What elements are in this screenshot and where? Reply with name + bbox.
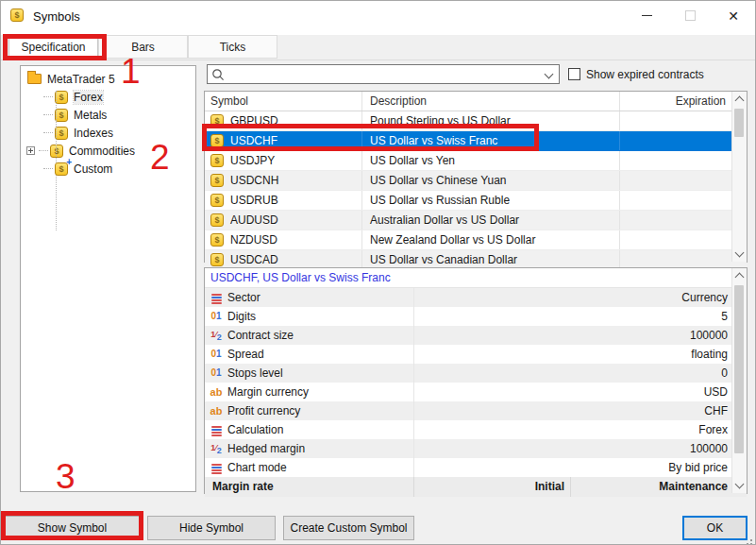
custom-coin-icon: + xyxy=(55,162,68,176)
description-cell: New Zealand Dollar vs US Dollar xyxy=(362,230,620,249)
table-header-row: Symbol Description Expiration xyxy=(205,92,747,111)
tree-item-label: Indexes xyxy=(74,127,113,140)
spec-row-margin-rate[interactable]: Margin rate Initial Maintenance xyxy=(205,477,747,497)
spec-value: Forex xyxy=(414,420,747,439)
scroll-down-icon[interactable] xyxy=(735,480,745,489)
search-input[interactable] xyxy=(228,66,538,84)
spec-value: 0 xyxy=(414,364,747,383)
tree-connector xyxy=(43,96,53,97)
tab-ticks[interactable]: Ticks xyxy=(188,35,277,59)
plus-icon: + xyxy=(66,158,72,167)
dollar-coin-icon xyxy=(210,194,224,207)
dollar-coin-icon xyxy=(210,174,224,187)
expiration-cell xyxy=(620,250,747,269)
spec-row-contract-size[interactable]: Contract size 100000 xyxy=(205,326,747,345)
scroll-up-icon[interactable] xyxy=(735,273,745,282)
expiration-cell xyxy=(620,191,747,210)
expiration-cell xyxy=(620,151,747,170)
spec-row-stops-level[interactable]: Stops level 0 xyxy=(205,364,747,383)
scrollbar-thumb[interactable] xyxy=(734,285,744,453)
spec-row-hedged-margin[interactable]: Hedged margin 100000 xyxy=(205,439,747,458)
spec-row-sector[interactable]: Sector Currency xyxy=(205,288,747,307)
description-cell: US Dollar vs Yen xyxy=(362,151,620,170)
tree-item-metals[interactable]: Metals xyxy=(21,106,195,124)
stack-icon xyxy=(211,426,222,428)
symbol-cell: AUDUSD xyxy=(230,211,278,230)
fraction-icon xyxy=(205,325,227,347)
spec-value: Currency xyxy=(414,288,747,307)
dollar-coin-icon xyxy=(55,91,68,104)
fraction-icon xyxy=(205,438,227,460)
resize-grip-icon[interactable] xyxy=(750,539,752,541)
spec-row-margin-currency[interactable]: Margin currency USD xyxy=(205,383,747,401)
spec-label: Contract size xyxy=(227,326,294,345)
search-combobox[interactable] xyxy=(207,64,560,84)
tree-connector xyxy=(43,132,53,133)
tree-guide-line xyxy=(56,91,57,230)
hide-symbol-button[interactable]: Hide Symbol xyxy=(147,516,276,540)
show-expired-checkbox[interactable] xyxy=(568,68,580,80)
tree-item-label: Forex xyxy=(74,91,103,104)
table-row-audusd[interactable]: AUDUSD Australian Dollar vs US Dollar xyxy=(205,211,747,230)
spec-value: By bid price xyxy=(414,458,747,477)
tree-item-commodities[interactable]: Commodities xyxy=(21,142,195,160)
stack-icon xyxy=(211,294,222,296)
table-row-usdjpy[interactable]: USDJPY US Dollar vs Yen xyxy=(205,151,747,171)
table-row-usdchf-selected[interactable]: USDCHF US Dollar vs Swiss Franc xyxy=(205,131,747,151)
scroll-up-icon[interactable] xyxy=(735,96,745,106)
spec-row-spread[interactable]: Spread floating xyxy=(205,345,747,364)
app-icon xyxy=(10,8,24,22)
margin-rate-label: Margin rate xyxy=(205,477,414,497)
symbol-cell: USDJPY xyxy=(230,151,275,170)
table-row-gbpusd[interactable]: GBPUSD Pound Sterling vs US Dollar xyxy=(205,111,747,131)
column-header-symbol[interactable]: Symbol xyxy=(205,92,362,111)
digits-icon xyxy=(205,345,227,364)
scroll-down-icon[interactable] xyxy=(735,248,745,258)
expiration-cell xyxy=(620,211,747,230)
spec-row-chart-mode[interactable]: Chart mode By bid price xyxy=(205,458,747,477)
create-custom-symbol-button[interactable]: Create Custom Symbol xyxy=(283,516,414,540)
tree-item-metatrader5[interactable]: MetaTrader 5 xyxy=(21,70,195,88)
tree-item-custom[interactable]: + Custom xyxy=(21,160,195,178)
column-header-expiration[interactable]: Expiration xyxy=(620,92,747,111)
spec-label: Spread xyxy=(227,345,264,364)
ab-icon xyxy=(205,401,227,420)
table-scrollbar[interactable] xyxy=(731,92,747,262)
close-button[interactable]: ✕ xyxy=(712,1,755,30)
tree-connector xyxy=(43,114,53,115)
minimize-button[interactable] xyxy=(625,1,668,30)
spec-value: 100000 xyxy=(414,326,747,345)
tab-bars[interactable]: Bars xyxy=(98,35,188,59)
expand-plus-icon[interactable] xyxy=(26,146,35,155)
spec-label: Stops level xyxy=(227,364,283,383)
spec-label: Profit currency xyxy=(227,401,300,420)
spec-value: CHF xyxy=(414,401,747,420)
table-row-usdcnh[interactable]: USDCNH US Dollar vs Chinese Yuan xyxy=(205,171,747,191)
ok-button[interactable]: OK xyxy=(682,516,748,540)
dollar-coin-icon xyxy=(210,213,224,227)
description-cell: US Dollar vs Canadian Dollar xyxy=(362,250,620,269)
tree-item-indexes[interactable]: Indexes xyxy=(21,124,195,142)
chevron-down-icon[interactable] xyxy=(545,70,554,79)
expiration-cell xyxy=(620,230,747,249)
table-row-usdrub[interactable]: USDRUB US Dollar vs Russian Ruble xyxy=(205,191,747,211)
expiration-cell xyxy=(620,111,747,130)
tree-item-forex[interactable]: Forex xyxy=(21,88,195,106)
table-row-nzdusd[interactable]: NZDUSD New Zealand Dollar vs US Dollar xyxy=(205,230,747,250)
tree-item-label: Custom xyxy=(74,162,112,176)
spec-row-digits[interactable]: Digits 5 xyxy=(205,307,747,326)
maximize-button[interactable] xyxy=(668,1,712,30)
spec-scrollbar[interactable] xyxy=(731,268,747,493)
tree-item-label: MetaTrader 5 xyxy=(47,73,115,86)
show-symbol-button[interactable]: Show Symbol xyxy=(5,516,140,540)
spec-row-calculation[interactable]: Calculation Forex xyxy=(205,420,747,439)
spec-row-profit-currency[interactable]: Profit currency CHF xyxy=(205,401,747,420)
title-bar: Symbols ✕ xyxy=(1,1,755,35)
tab-specification[interactable]: Specification xyxy=(8,35,98,60)
close-icon: ✕ xyxy=(728,9,739,23)
scrollbar-thumb[interactable] xyxy=(734,109,744,137)
symbol-cell: USDCNH xyxy=(230,171,278,190)
spec-label: Calculation xyxy=(227,420,283,439)
column-header-description[interactable]: Description xyxy=(362,92,620,111)
folder-icon xyxy=(27,74,42,84)
